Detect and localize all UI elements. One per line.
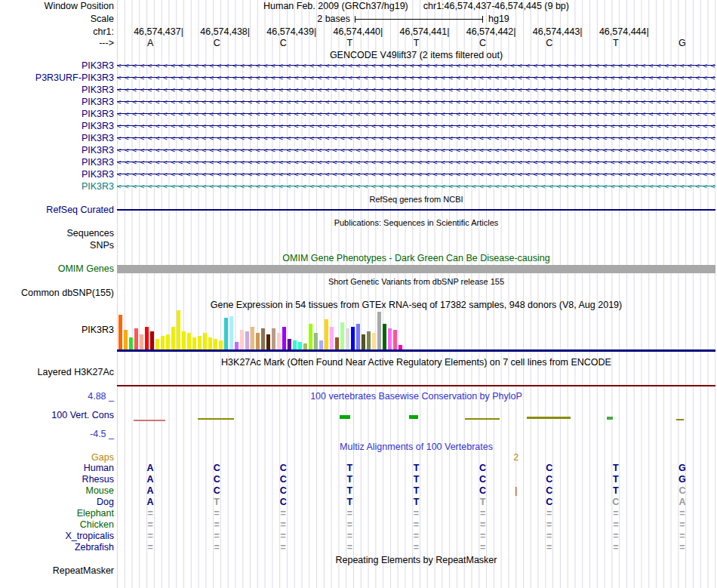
vert-cons-label[interactable]: 100 Vert. Cons	[0, 410, 114, 420]
gtex-bar[interactable]	[288, 339, 291, 349]
dbsnp-title[interactable]: Short Genetic Variants from dbSNP releas…	[117, 276, 715, 287]
gtex-bar[interactable]	[346, 328, 349, 349]
gtex-bar[interactable]	[166, 334, 170, 349]
gtex-bar[interactable]	[319, 340, 323, 349]
gene-row-label[interactable]: PIK3R3	[0, 97, 114, 107]
h3k27ac-track-line[interactable]	[117, 385, 715, 386]
gaps-label[interactable]: Gaps	[0, 452, 114, 463]
gtex-bar[interactable]	[399, 345, 402, 349]
gtex-bar[interactable]	[171, 327, 175, 349]
gtex-bar[interactable]	[393, 330, 397, 349]
gtex-bar[interactable]	[377, 312, 381, 349]
publications-title[interactable]: Publications: Sequences in Scientific Ar…	[117, 217, 715, 228]
repeatmasker-title[interactable]: Repeating Elements by RepeatMasker	[117, 555, 715, 565]
gene-transcript[interactable]: <<<<<<<<<<<<<<<<<<<<<<<<<<<<<<<<<<<<<<<<…	[117, 109, 715, 119]
gtex-bar[interactable]	[240, 330, 244, 349]
species-label[interactable]: Elephant	[0, 508, 114, 519]
gene-transcript[interactable]: <<<<<<<<<<<<<<<<<<<<<<<<<<<<<<<<<<<<<<<<…	[117, 121, 715, 131]
gene-transcript[interactable]: <<<<<<<<<<<<<<<<<<<<<<<<<<<<<<<<<<<<<<<<…	[117, 72, 715, 83]
gene-transcript[interactable]: <<<<<<<<<<<<<<<<<<<<<<<<<<<<<<<<<<<<<<<<…	[117, 169, 715, 180]
gtex-bar[interactable]	[325, 319, 328, 349]
snps-label[interactable]: SNPs	[0, 240, 114, 251]
gtex-bar[interactable]	[272, 328, 275, 349]
gtex-bar[interactable]	[293, 340, 297, 349]
gtex-bar[interactable]	[150, 331, 154, 349]
gene-transcript[interactable]: <<<<<<<<<<<<<<<<<<<<<<<<<<<<<<<<<<<<<<<<…	[117, 60, 715, 71]
gtex-bar[interactable]	[314, 333, 318, 349]
gene-transcript[interactable]: <<<<<<<<<<<<<<<<<<<<<<<<<<<<<<<<<<<<<<<<…	[117, 133, 715, 143]
gtex-bar[interactable]	[383, 324, 386, 349]
gtex-bar[interactable]	[177, 310, 180, 349]
species-label[interactable]: Dog	[0, 497, 114, 507]
gene-transcript[interactable]: <<<<<<<<<<<<<<<<<<<<<<<<<<<<<<<<<<<<<<<<…	[117, 157, 715, 168]
gtex-bar[interactable]	[372, 333, 376, 349]
gtex-bar[interactable]	[261, 328, 265, 349]
gene-transcript[interactable]: <<<<<<<<<<<<<<<<<<<<<<<<<<<<<<<<<<<<<<<<…	[117, 145, 715, 155]
gtex-bar[interactable]	[277, 333, 281, 349]
gtex-bar[interactable]	[335, 337, 339, 349]
gene-transcript[interactable]: <<<<<<<<<<<<<<<<<<<<<<<<<<<<<<<<<<<<<<<<…	[117, 97, 715, 107]
gtex-gene-label[interactable]: PIK3R3	[0, 325, 114, 335]
gene-row-label[interactable]: PIK3R3	[0, 157, 114, 168]
gtex-bar[interactable]	[340, 322, 344, 349]
gtex-bar[interactable]	[229, 316, 233, 349]
repeatmasker-label[interactable]: RepeatMasker	[0, 565, 114, 576]
gtex-bar[interactable]	[356, 324, 360, 349]
gtex-bar[interactable]	[388, 328, 392, 349]
gene-row-label[interactable]: PIK3R3	[0, 145, 114, 155]
gtex-bar[interactable]	[235, 342, 238, 349]
gtex-bar[interactable]	[203, 333, 207, 349]
gtex-bar[interactable]	[245, 331, 249, 349]
species-label[interactable]: Zebrafish	[0, 542, 114, 553]
gtex-bar[interactable]	[309, 324, 312, 349]
phylop-title[interactable]: 100 vertebrates Basewise Conservation by…	[117, 391, 715, 402]
gtex-bar[interactable]	[192, 337, 196, 349]
gtex-bar[interactable]	[161, 336, 165, 349]
gtex-bar[interactable]	[298, 342, 302, 349]
gtex-title[interactable]: Gene Expression in 54 tissues from GTEx …	[117, 300, 715, 310]
gtex-bar[interactable]	[219, 340, 223, 349]
gene-row-label[interactable]: PIK3R3	[0, 60, 114, 71]
gtex-bar[interactable]	[251, 327, 254, 349]
refseq-title[interactable]: RefSeq genes from NCBI	[117, 194, 715, 205]
species-label[interactable]: Rhesus	[0, 474, 114, 485]
gtex-bar[interactable]	[198, 336, 202, 349]
gtex-bar[interactable]	[129, 337, 133, 349]
gtex-bar[interactable]	[124, 330, 128, 349]
gene-transcript[interactable]: <<<<<<<<<<<<<<<<<<<<<<<<<<<<<<<<<<<<<<<<…	[117, 181, 715, 192]
refseq-curated-label[interactable]: RefSeq Curated	[0, 205, 114, 215]
gtex-bar[interactable]	[182, 331, 186, 349]
gtex-bar[interactable]	[118, 315, 122, 349]
omim-track-bar[interactable]	[117, 265, 715, 273]
refseq-track-line[interactable]	[117, 209, 715, 211]
gencode-title[interactable]: GENCODE V49lift37 (2 items filtered out)	[117, 50, 715, 60]
gtex-bar[interactable]	[266, 334, 270, 349]
h3k27ac-title[interactable]: H3K27Ac Mark (Often Found Near Active Re…	[117, 357, 715, 368]
species-label[interactable]: Mouse	[0, 485, 114, 496]
gtex-bar[interactable]	[367, 331, 371, 349]
gtex-bar[interactable]	[134, 328, 138, 349]
gtex-bar[interactable]	[256, 333, 260, 349]
omim-title[interactable]: OMIM Gene Phenotypes - Dark Green Can Be…	[117, 253, 715, 263]
gene-row-label[interactable]: PIK3R3	[0, 181, 114, 192]
gene-row-label[interactable]: PIK3R3	[0, 169, 114, 180]
gene-row-label[interactable]: PIK3R3	[0, 109, 114, 119]
gtex-bar[interactable]	[303, 343, 307, 349]
gtex-bar[interactable]	[155, 339, 159, 349]
gtex-bar[interactable]	[282, 327, 286, 349]
gene-row-label[interactable]: PIK3R3	[0, 85, 114, 95]
gtex-bar[interactable]	[145, 327, 149, 349]
species-label[interactable]: X_tropicalis	[0, 531, 114, 541]
sequences-label[interactable]: Sequences	[0, 228, 114, 239]
gene-transcript[interactable]: <<<<<<<<<<<<<<<<<<<<<<<<<<<<<<<<<<<<<<<<…	[117, 85, 715, 95]
gene-row-label[interactable]: PIK3R3	[0, 121, 114, 131]
gtex-bar[interactable]	[140, 334, 143, 349]
multiz-title[interactable]: Multiz Alignments of 100 Vertebrates	[117, 442, 715, 452]
species-label[interactable]: Chicken	[0, 519, 114, 530]
h3k27ac-label[interactable]: Layered H3K27Ac	[0, 367, 114, 377]
gtex-bar[interactable]	[224, 318, 228, 349]
gtex-bar[interactable]	[330, 327, 334, 349]
gtex-bar[interactable]	[208, 337, 212, 349]
gtex-bar[interactable]	[351, 327, 355, 349]
gtex-bar[interactable]	[187, 333, 191, 349]
